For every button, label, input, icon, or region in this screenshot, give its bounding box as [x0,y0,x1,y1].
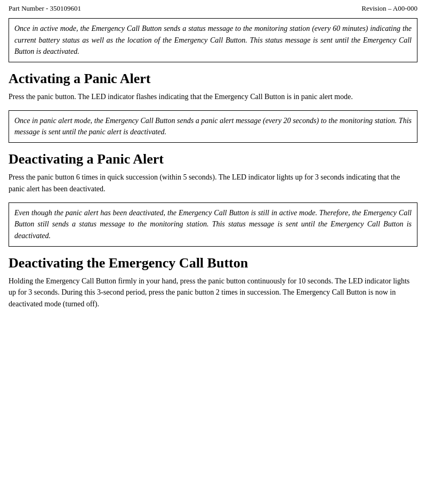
note-active-mode-text: Once in active mode, the Emergency Call … [14,25,412,55]
heading-activating-panic: Activating a Panic Alert [9,71,417,87]
revision: Revision – A00-000 [361,4,417,13]
note-still-active: Even though the panic alert has been dea… [9,202,417,247]
part-number: Part Number - 350109601 [9,4,81,13]
page-header: Part Number - 350109601 Revision – A00-0… [9,4,417,13]
note-active-mode: Once in active mode, the Emergency Call … [9,18,417,62]
body-deactivating-ecb: Holding the Emergency Call Button firmly… [9,275,417,310]
heading-deactivating-ecb: Deactivating the Emergency Call Button [9,255,417,271]
body-activating-panic: Press the panic button. The LED indicato… [9,91,417,103]
note-panic-mode: Once in panic alert mode, the Emergency … [9,110,417,143]
note-panic-mode-text: Once in panic alert mode, the Emergency … [14,117,412,136]
heading-deactivating-panic: Deactivating a Panic Alert [9,151,417,167]
body-deactivating-panic: Press the panic button 6 times in quick … [9,172,417,194]
page: Part Number - 350109601 Revision – A00-0… [0,0,426,504]
note-still-active-text: Even though the panic alert has been dea… [14,209,412,240]
